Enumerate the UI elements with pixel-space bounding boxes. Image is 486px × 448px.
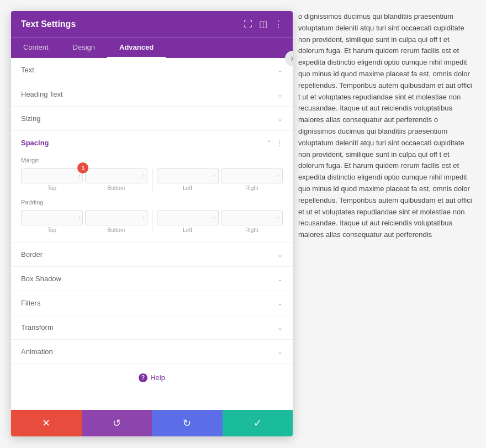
- margin-left-label: Left: [183, 185, 192, 191]
- margin-left-wrap: ↔: [157, 168, 219, 183]
- margin-top-label: Top: [47, 185, 56, 191]
- expand-icon[interactable]: ⛶: [244, 19, 252, 29]
- section-animation-label: Animation: [21, 347, 53, 356]
- section-heading-label: Heading Text: [21, 90, 63, 98]
- margin-left-unit: ↔: [212, 173, 216, 178]
- modal-panel: Text Settings ⛶ ◫ ⋮ Content Design Advan…: [11, 11, 293, 436]
- margin-top-pair: ↕ 1 Top: [21, 168, 83, 191]
- section-text-label: Text: [21, 66, 34, 74]
- padding-bottom-wrap: ↕: [85, 210, 147, 225]
- padding-top-wrap: ↕: [21, 210, 83, 225]
- section-transform-label: Transform: [21, 323, 54, 331]
- padding-right-input[interactable]: [221, 210, 283, 225]
- padding-label: Padding: [21, 199, 283, 205]
- section-text[interactable]: Text ⌄: [11, 58, 293, 82]
- margin-top-wrap: ↕ 1: [21, 168, 83, 183]
- spacing-label: Spacing: [21, 139, 49, 147]
- spacing-chevron-up[interactable]: ⌃: [266, 139, 272, 147]
- section-animation-chevron: ⌄: [277, 348, 283, 356]
- section-transform-chevron: ⌄: [277, 324, 283, 331]
- padding-bottom-unit: ↕: [142, 215, 145, 220]
- padding-right-pair: ↔ Right: [221, 210, 283, 233]
- tab-content[interactable]: Content: [11, 38, 61, 58]
- spacing-icons: ⌃ ⋮: [266, 139, 283, 147]
- save-button[interactable]: ✓: [223, 410, 293, 436]
- section-box-shadow[interactable]: Box Shadow ⌄: [11, 267, 293, 291]
- margin-left-pair: ↔ Left: [157, 168, 219, 191]
- padding-left-pair: ↔ Left: [157, 210, 219, 233]
- margin-divider: [152, 168, 152, 191]
- section-filters-chevron: ⌄: [277, 299, 283, 307]
- more-icon[interactable]: ⋮: [274, 19, 283, 29]
- modal-header: Text Settings ⛶ ◫ ⋮: [11, 11, 293, 37]
- margin-right-input[interactable]: [221, 168, 283, 183]
- margin-bottom-unit: ↕: [142, 173, 145, 178]
- margin-inputs-row: ↕ 1 Top ↕ Bottom: [21, 168, 283, 191]
- section-animation[interactable]: Animation ⌄: [11, 340, 293, 364]
- margin-left-half: ↕ 1 Top ↕ Bottom: [21, 168, 147, 191]
- section-box-shadow-label: Box Shadow: [21, 275, 61, 283]
- margin-right-unit: ↔: [276, 173, 281, 178]
- layout-icon[interactable]: ◫: [259, 19, 267, 29]
- spacing-header[interactable]: Spacing ⌃ ⋮: [11, 131, 293, 155]
- padding-top-input[interactable]: [21, 210, 83, 225]
- margin-right-pair: ↔ Right: [221, 168, 283, 191]
- padding-top-label: Top: [47, 227, 56, 233]
- padding-right-label: Right: [245, 227, 258, 233]
- margin-right-half: ↔ Left ↔ Right: [157, 168, 283, 191]
- section-border-label: Border: [21, 250, 43, 259]
- tab-advanced[interactable]: Advanced: [107, 38, 166, 58]
- tab-design[interactable]: Design: [61, 38, 107, 58]
- header-icons: ⛶ ◫ ⋮: [244, 19, 283, 29]
- margin-top-input[interactable]: [21, 168, 83, 183]
- cancel-button[interactable]: ✕: [11, 410, 82, 436]
- padding-right-wrap: ↔: [221, 210, 283, 225]
- padding-left-input[interactable]: [157, 210, 219, 225]
- margin-bottom-label: Bottom: [108, 185, 125, 191]
- margin-top-unit: ↕: [78, 173, 81, 178]
- help-label: Help: [150, 373, 165, 382]
- padding-top-unit: ↕: [78, 215, 81, 220]
- section-box-shadow-chevron: ⌄: [277, 275, 283, 283]
- padding-divider: [152, 210, 152, 233]
- section-filters-label: Filters: [21, 299, 40, 307]
- section-border[interactable]: Border ⌄: [11, 243, 293, 267]
- undo-button[interactable]: ↺: [82, 410, 152, 436]
- section-spacing: Spacing ⌃ ⋮ Margin ↕: [11, 131, 293, 243]
- section-sizing[interactable]: Sizing ⌄: [11, 107, 293, 131]
- padding-right-unit: ↔: [276, 215, 281, 220]
- section-sizing-chevron: ⌄: [277, 115, 283, 123]
- section-heading-chevron: ⌄: [277, 91, 283, 98]
- section-text-chevron: ⌄: [277, 66, 283, 74]
- section-sizing-label: Sizing: [21, 114, 40, 123]
- spacing-more-icon[interactable]: ⋮: [276, 139, 283, 147]
- section-border-chevron: ⌄: [277, 251, 283, 259]
- padding-left-label: Left: [183, 227, 192, 233]
- padding-left-half: ↕ Top ↕ Bottom: [21, 210, 147, 233]
- help-section: ? Help: [11, 364, 293, 390]
- padding-bottom-label: Bottom: [108, 227, 125, 233]
- padding-bottom-pair: ↕ Bottom: [85, 210, 147, 233]
- margin-right-wrap: ↔: [221, 168, 283, 183]
- section-transform[interactable]: Transform ⌄: [11, 315, 293, 340]
- margin-left-input[interactable]: [157, 168, 219, 183]
- margin-bottom-wrap: ↕: [85, 168, 147, 183]
- modal-body: Text ⌄ Heading Text ⌄ Sizing ⌄ Spacing ⌃…: [11, 58, 293, 410]
- padding-top-pair: ↕ Top: [21, 210, 83, 233]
- padding-bottom-input[interactable]: [85, 210, 147, 225]
- spacing-content: Margin ↕ 1 Top: [11, 157, 293, 242]
- margin-bottom-input[interactable]: [85, 168, 147, 183]
- modal-footer: ✕ ↺ ↻ ✓: [11, 410, 293, 436]
- section-filters[interactable]: Filters ⌄: [11, 291, 293, 315]
- help-link[interactable]: ? Help: [139, 373, 165, 382]
- section-heading-text[interactable]: Heading Text ⌄: [11, 82, 293, 107]
- help-icon: ?: [139, 373, 147, 382]
- margin-right-label: Right: [245, 185, 258, 191]
- padding-left-wrap: ↔: [157, 210, 219, 225]
- redo-button[interactable]: ↻: [152, 410, 223, 436]
- padding-right-half: ↔ Left ↔ Right: [157, 210, 283, 233]
- padding-left-unit: ↔: [212, 215, 216, 220]
- tabs-bar: Content Design Advanced: [11, 37, 293, 58]
- margin-label: Margin: [21, 157, 283, 164]
- margin-bottom-pair: ↕ Bottom: [85, 168, 147, 191]
